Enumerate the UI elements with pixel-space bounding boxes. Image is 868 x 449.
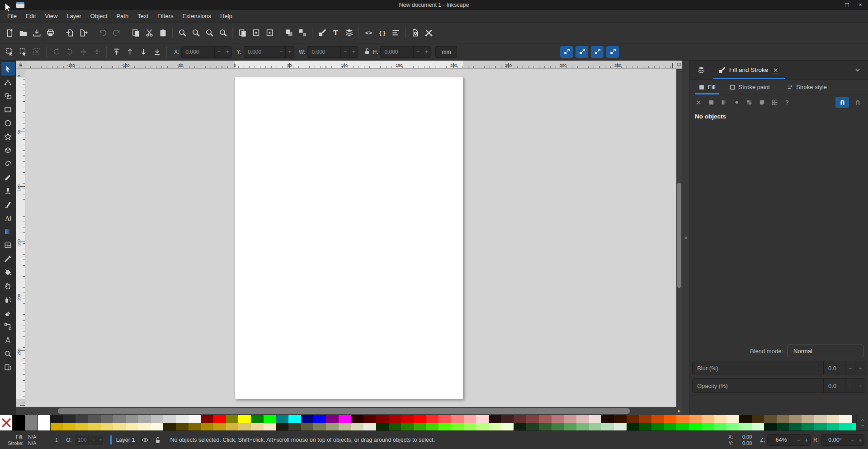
import-button[interactable] xyxy=(63,26,76,40)
ungroup-button[interactable] xyxy=(296,26,309,40)
y-decrement-button[interactable]: − xyxy=(277,47,285,57)
palette-swatch[interactable] xyxy=(126,423,138,430)
layers-dialog-button[interactable] xyxy=(342,26,356,40)
palette-swatch[interactable] xyxy=(839,415,852,423)
x-increment-button[interactable]: + xyxy=(223,47,231,57)
palette-black-swatch[interactable] xyxy=(13,415,25,430)
maximize-button[interactable] xyxy=(844,2,850,8)
palette-swatch[interactable] xyxy=(464,423,476,430)
palette-swatch[interactable] xyxy=(726,423,739,430)
palette-swatch[interactable] xyxy=(802,423,814,430)
palette-swatch[interactable] xyxy=(789,415,802,423)
unlink-clone-button[interactable] xyxy=(263,26,276,40)
gradient-tool[interactable] xyxy=(1,225,15,238)
palette-swatch[interactable] xyxy=(288,415,301,423)
palette-swatch[interactable] xyxy=(339,423,351,430)
vertical-scrollbar-thumb[interactable] xyxy=(677,183,681,288)
palette-swatch[interactable] xyxy=(639,423,651,430)
blur-slider[interactable]: Blur (%) 0.0 − + xyxy=(692,361,865,375)
palette-swatch[interactable] xyxy=(601,415,614,423)
palette-swatch[interactable] xyxy=(814,423,827,430)
palette-gray-swatch[interactable] xyxy=(25,415,38,430)
palette-swatch[interactable] xyxy=(313,423,326,430)
palette-swatch[interactable] xyxy=(201,423,213,430)
palette-swatch[interactable] xyxy=(326,423,339,430)
deselect-button[interactable] xyxy=(30,46,43,58)
dropper-tool[interactable] xyxy=(1,252,15,265)
flip-vertical-button[interactable] xyxy=(90,46,104,58)
document-page[interactable] xyxy=(235,77,463,399)
horizontal-scrollbar[interactable] xyxy=(16,407,675,415)
palette-swatch[interactable] xyxy=(351,423,364,430)
palette-swatch[interactable] xyxy=(75,415,88,423)
dock-collapse-button[interactable] xyxy=(847,61,868,79)
palette-swatch[interactable] xyxy=(401,415,414,423)
palette-swatch[interactable] xyxy=(576,423,589,430)
connector-tool[interactable] xyxy=(1,320,15,333)
palette-swatch[interactable] xyxy=(639,415,651,423)
Stroke style[interactable]: Stroke style xyxy=(781,80,835,95)
fill-stroke-dialog-button[interactable] xyxy=(315,26,329,40)
palette-swatch[interactable] xyxy=(326,415,339,423)
new-document-button[interactable] xyxy=(3,26,16,40)
palette-swatch[interactable] xyxy=(814,415,827,423)
palette-swatch[interactable] xyxy=(714,415,726,423)
palette-swatch[interactable] xyxy=(601,423,614,430)
palette-swatch[interactable] xyxy=(301,415,314,423)
palette-swatch[interactable] xyxy=(627,423,639,430)
menu-extensions[interactable]: Extensions xyxy=(178,10,216,22)
palette-swatch[interactable] xyxy=(501,423,514,430)
palette-swatch[interactable] xyxy=(439,423,451,430)
palette-swatch[interactable] xyxy=(101,415,113,423)
open-document-button[interactable] xyxy=(16,26,30,40)
selector-tool[interactable] xyxy=(1,62,15,76)
pencil-tool[interactable] xyxy=(1,170,15,184)
palette-swatch[interactable] xyxy=(852,423,856,430)
palette-swatch[interactable] xyxy=(476,423,489,430)
palette-swatch[interactable] xyxy=(251,415,264,423)
unit-selector[interactable]: mm xyxy=(435,46,457,58)
palette-swatch[interactable] xyxy=(501,415,514,423)
cut-button[interactable] xyxy=(142,26,156,40)
palette-swatch[interactable] xyxy=(676,423,689,430)
palette-swatch[interactable] xyxy=(288,423,301,430)
palette-swatch[interactable] xyxy=(526,423,539,430)
palette-swatch[interactable] xyxy=(651,415,664,423)
zoom-increment-button[interactable]: + xyxy=(802,435,810,445)
layer-lock-toggle[interactable] xyxy=(153,435,163,445)
palette-swatch[interactable] xyxy=(151,423,164,430)
palette-swatch[interactable] xyxy=(614,423,627,430)
palette-swatch[interactable] xyxy=(426,415,439,423)
palette-swatch[interactable] xyxy=(614,415,627,423)
palette-swatch[interactable] xyxy=(802,415,814,423)
palette-swatch[interactable] xyxy=(702,423,714,430)
zoom-decrement-button[interactable]: − xyxy=(795,435,802,445)
dock-resize-handle[interactable] xyxy=(682,61,689,415)
blur-decrement-button[interactable]: − xyxy=(845,361,855,375)
menu-help[interactable]: Help xyxy=(216,10,237,22)
group-button[interactable] xyxy=(282,26,296,40)
palette-swatch[interactable] xyxy=(264,415,276,423)
palette-swatch[interactable] xyxy=(589,423,602,430)
shape-builder-tool[interactable] xyxy=(1,89,15,103)
object-properties-button[interactable] xyxy=(375,26,389,40)
paint-mesh-button[interactable] xyxy=(769,97,780,108)
paint-radial-gradient-button[interactable] xyxy=(731,97,742,108)
ruler-corner-lock[interactable] xyxy=(16,61,25,69)
layer-visibility-toggle[interactable] xyxy=(140,435,150,445)
palette-white-swatch[interactable] xyxy=(38,415,51,430)
Stroke paint[interactable]: Stroke paint xyxy=(724,80,778,95)
menu-edit[interactable]: Edit xyxy=(21,10,40,22)
palette-swatch[interactable] xyxy=(739,423,752,430)
scroll-up-button[interactable] xyxy=(860,418,865,422)
palette-swatch[interactable] xyxy=(376,415,389,423)
palette-swatch[interactable] xyxy=(689,415,702,423)
flip-horizontal-button[interactable] xyxy=(76,46,90,58)
document-properties-button[interactable] xyxy=(408,26,422,40)
select-all-button[interactable] xyxy=(3,46,16,58)
palette-swatch[interactable] xyxy=(251,423,264,430)
tweak-tool[interactable] xyxy=(1,279,15,293)
menu-path[interactable]: Path xyxy=(112,10,133,22)
palette-swatch[interactable] xyxy=(63,423,76,430)
undo-button[interactable] xyxy=(96,26,109,40)
